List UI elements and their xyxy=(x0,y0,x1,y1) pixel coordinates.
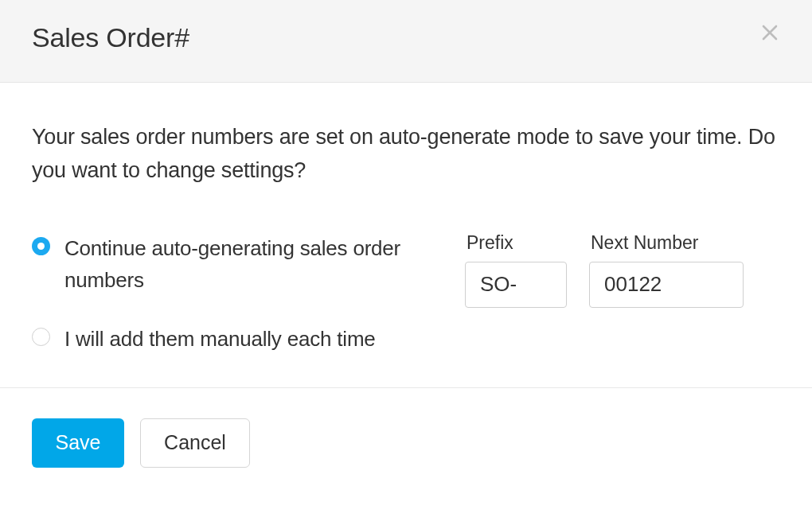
radio-label-auto: Continue auto-generating sales order num… xyxy=(64,232,430,297)
radio-option-auto[interactable]: Continue auto-generating sales order num… xyxy=(32,232,430,297)
modal-title: Sales Order# xyxy=(32,22,189,53)
modal-header: Sales Order# xyxy=(0,0,812,83)
prefix-input[interactable] xyxy=(465,262,567,308)
cancel-button[interactable]: Cancel xyxy=(140,418,250,468)
next-number-label: Next Number xyxy=(589,232,744,254)
radio-label-manual: I will add them manually each time xyxy=(64,323,376,355)
save-button[interactable]: Save xyxy=(32,418,124,468)
prefix-field-group: Prefix xyxy=(465,232,567,308)
radio-option-manual[interactable]: I will add them manually each time xyxy=(32,323,430,355)
content-row: Continue auto-generating sales order num… xyxy=(32,232,780,356)
radio-selected-icon xyxy=(32,237,50,255)
next-number-field-group: Next Number xyxy=(589,232,744,308)
sales-order-number-modal: Sales Order# Your sales order numbers ar… xyxy=(0,0,812,498)
close-icon[interactable] xyxy=(759,22,780,43)
modal-body: Your sales order numbers are set on auto… xyxy=(0,83,812,387)
modal-footer: Save Cancel xyxy=(0,387,812,498)
description-text: Your sales order numbers are set on auto… xyxy=(32,121,780,188)
radio-unselected-icon xyxy=(32,328,50,346)
next-number-input[interactable] xyxy=(589,262,744,308)
radio-options: Continue auto-generating sales order num… xyxy=(32,232,430,356)
fields: Prefix Next Number xyxy=(465,232,744,308)
prefix-label: Prefix xyxy=(465,232,567,254)
